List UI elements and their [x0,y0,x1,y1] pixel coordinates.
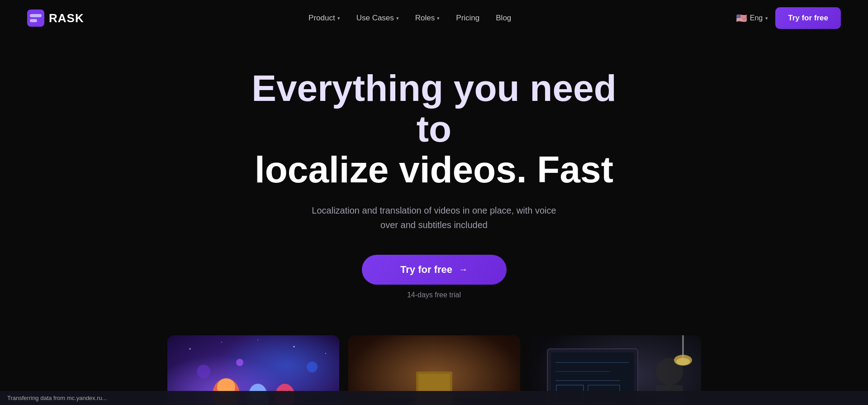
logo-text: RASK [49,11,84,25]
hero-title: Everything you need to localize videos. … [231,68,638,191]
svg-point-8 [293,346,294,347]
hero-try-free-label: Try for free [400,264,452,276]
flag-icon: 🇺🇸 [736,13,747,24]
navbar: RASK Product ▾ Use Cases ▾ Roles ▾ Prici… [0,0,868,36]
svg-point-17 [307,362,318,372]
nav-link-product[interactable]: Product ▾ [308,14,340,23]
svg-point-6 [189,348,190,349]
svg-point-37 [676,358,690,365]
language-selector[interactable]: 🇺🇸 Eng ▾ [736,13,768,24]
nav-links: Product ▾ Use Cases ▾ Roles ▾ Pricing Bl… [308,14,511,23]
chevron-down-icon: ▾ [337,15,340,21]
nav-item-product[interactable]: Product ▾ [308,14,340,23]
nav-link-blog[interactable]: Blog [496,14,511,23]
hero-title-line2: localize videos. Fast [255,149,613,190]
nav-item-pricing[interactable]: Pricing [456,14,479,23]
nav-item-roles[interactable]: Roles ▾ [415,14,440,23]
svg-point-16 [197,365,210,378]
status-text: Transferring data from mc.yandex.ru... [7,395,107,401]
logo-icon [27,10,44,27]
hero-try-free-button[interactable]: Try for free → [362,255,507,285]
svg-point-10 [257,339,258,340]
svg-rect-2 [30,19,37,22]
svg-rect-0 [27,10,44,27]
nav-item-use-cases[interactable]: Use Cases ▾ [356,14,399,23]
nav-try-free-button[interactable]: Try for free [775,7,841,29]
nav-link-pricing[interactable]: Pricing [456,14,479,23]
nav-link-roles[interactable]: Roles ▾ [415,14,440,23]
hero-title-line1: Everything you need to [251,67,617,149]
svg-point-9 [325,353,326,354]
status-bar: Transferring data from mc.yandex.ru... [0,391,868,405]
hero-subtitle: Localization and translation of videos i… [303,203,565,232]
nav-right: 🇺🇸 Eng ▾ Try for free [736,7,841,29]
chevron-down-icon: ▾ [396,15,399,21]
nav-item-blog[interactable]: Blog [496,14,511,23]
hero-cta-wrapper: Try for free → 14-days free trial [362,255,507,299]
svg-rect-1 [30,14,42,17]
hero-section: Everything you need to localize videos. … [0,36,868,322]
chevron-down-icon: ▾ [437,15,440,21]
language-label: Eng [750,14,763,22]
arrow-right-icon: → [459,264,468,275]
logo[interactable]: RASK [27,10,84,27]
svg-point-18 [236,359,243,366]
svg-point-7 [221,342,222,343]
nav-link-use-cases[interactable]: Use Cases ▾ [356,14,399,23]
chevron-down-icon: ▾ [765,15,768,21]
trial-note: 14-days free trial [407,291,461,299]
